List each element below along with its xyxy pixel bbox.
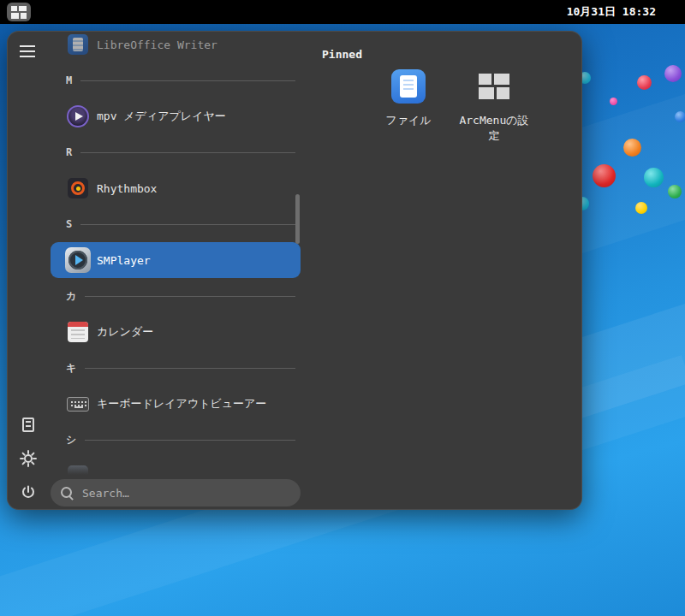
smplayer-icon bbox=[65, 247, 91, 273]
scrollbar-thumb[interactable] bbox=[295, 194, 300, 244]
search-icon bbox=[61, 486, 74, 500]
section-divider bbox=[80, 224, 295, 225]
balloon bbox=[664, 65, 682, 82]
section-r: R bbox=[51, 134, 301, 170]
top-bar: 10月31日 18:32 bbox=[0, 0, 685, 24]
balloon bbox=[675, 111, 685, 122]
arcmenu-panel-button[interactable] bbox=[7, 3, 31, 21]
balloon bbox=[637, 75, 652, 90]
app-item-calendar[interactable]: カレンダー bbox=[51, 314, 301, 350]
section-label: シ bbox=[66, 433, 76, 447]
app-item-rhythmbox[interactable]: Rhythmbox bbox=[51, 170, 301, 206]
balloon bbox=[668, 185, 682, 198]
section-ka: カ bbox=[51, 278, 301, 314]
pin-item-arcmenu-settings[interactable]: ArcMenuの設定 bbox=[451, 69, 537, 144]
pin-item-label: ArcMenuの設定 bbox=[457, 113, 531, 144]
power-button[interactable] bbox=[16, 481, 40, 505]
section-label: S bbox=[66, 218, 72, 230]
hamburger-menu-icon bbox=[20, 45, 35, 57]
settings-button[interactable] bbox=[16, 447, 40, 471]
search-input[interactable] bbox=[80, 486, 281, 500]
balloon bbox=[644, 168, 664, 187]
app-item-keyboard-layout-viewer[interactable]: キーボードレイアウトビューアー bbox=[51, 386, 301, 422]
app-item-label: カレンダー bbox=[97, 324, 153, 340]
section-divider bbox=[85, 296, 295, 297]
settings-gear-icon bbox=[20, 450, 37, 467]
section-label: R bbox=[66, 146, 72, 158]
section-shi: シ bbox=[51, 422, 301, 458]
app-item-label: キーボードレイアウトビューアー bbox=[97, 396, 266, 412]
arcmenu-settings-icon bbox=[479, 74, 509, 99]
section-divider bbox=[80, 80, 295, 81]
balloon bbox=[610, 98, 617, 105]
pin-item-label: ファイル bbox=[385, 113, 431, 128]
section-s: S bbox=[51, 206, 301, 242]
section-divider bbox=[85, 440, 295, 441]
mpv-icon bbox=[67, 105, 89, 127]
files-icon bbox=[391, 69, 426, 104]
balloon bbox=[623, 139, 641, 157]
power-icon bbox=[21, 485, 36, 500]
section-label: カ bbox=[66, 289, 76, 304]
app-item-label: SMPlayer bbox=[97, 254, 151, 267]
pinned-section-title: Pinned bbox=[322, 48, 362, 61]
section-m: M bbox=[51, 62, 301, 98]
app-item-label: Rhythmbox bbox=[97, 182, 157, 195]
app-icon bbox=[68, 465, 88, 475]
balloon bbox=[593, 164, 616, 187]
app-item-label: LibreOffice Writer bbox=[97, 38, 217, 51]
rhythmbox-icon bbox=[68, 178, 88, 198]
balloon bbox=[635, 202, 647, 214]
search-bar[interactable] bbox=[51, 479, 301, 506]
app-item-label: mpv メディアプレイヤー bbox=[97, 109, 226, 124]
notes-icon bbox=[22, 418, 34, 432]
section-divider bbox=[80, 152, 295, 153]
arcmenu-grid-icon bbox=[11, 6, 27, 19]
section-divider bbox=[85, 368, 295, 369]
section-label: キ bbox=[66, 361, 76, 376]
calendar-icon bbox=[68, 322, 88, 342]
app-item-partial[interactable] bbox=[51, 458, 301, 475]
section-label: M bbox=[66, 74, 72, 86]
pinned-grid: ファイル ArcMenuの設定 bbox=[366, 69, 537, 144]
clock[interactable]: 10月31日 18:32 bbox=[567, 4, 656, 20]
arcmenu-popup: LibreOffice Writer M mpv メディアプレイヤー R Rhy… bbox=[7, 31, 582, 510]
app-item-smplayer[interactable]: SMPlayer bbox=[51, 242, 301, 278]
section-ki: キ bbox=[51, 350, 301, 386]
app-item-libreoffice-writer[interactable]: LibreOffice Writer bbox=[51, 32, 301, 62]
app-item-mpv[interactable]: mpv メディアプレイヤー bbox=[51, 98, 301, 134]
hamburger-menu-button[interactable] bbox=[15, 39, 39, 63]
libreoffice-writer-icon bbox=[68, 34, 88, 55]
keyboard-icon bbox=[67, 397, 89, 412]
pin-item-files[interactable]: ファイル bbox=[366, 69, 451, 144]
app-list: LibreOffice Writer M mpv メディアプレイヤー R Rhy… bbox=[51, 32, 301, 475]
notes-button[interactable] bbox=[16, 412, 40, 436]
